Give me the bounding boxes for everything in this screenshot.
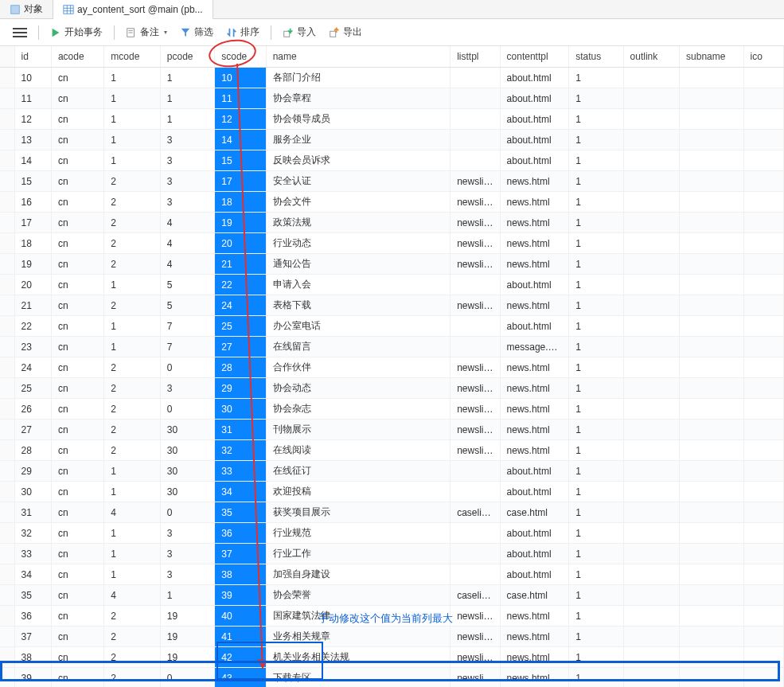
cell-status[interactable]: 1	[569, 150, 623, 171]
table-row[interactable]: 25cn2329协会动态newslist.htnews.html1	[0, 378, 784, 399]
cell-subname[interactable]	[680, 68, 744, 88]
cell-scode[interactable]: 20	[215, 233, 266, 254]
cell-ico[interactable]	[743, 647, 783, 668]
cell-acode[interactable]: cn	[51, 585, 103, 606]
cell-mcode[interactable]: 2	[104, 233, 160, 254]
table-row[interactable]: 10cn1110各部门介绍about.html1	[0, 68, 784, 88]
cell-pcode[interactable]: 3	[160, 171, 214, 192]
cell-status[interactable]: 1	[569, 378, 623, 399]
cell-subname[interactable]	[680, 233, 744, 254]
begin-transaction-button[interactable]: 开始事务	[45, 24, 107, 41]
cell-subname[interactable]	[680, 337, 744, 357]
cell-status[interactable]: 1	[569, 295, 623, 316]
cell-outlink[interactable]	[623, 316, 679, 337]
cell-outlink[interactable]	[623, 337, 679, 357]
cell-ico[interactable]	[743, 585, 783, 606]
cell-acode[interactable]: cn	[51, 295, 103, 316]
cell-mcode[interactable]: 2	[104, 420, 160, 440]
row-gutter[interactable]	[0, 626, 14, 647]
cell-ico[interactable]	[743, 130, 783, 150]
row-gutter[interactable]	[0, 399, 14, 420]
cell-listtpl[interactable]	[451, 88, 500, 109]
cell-ico[interactable]	[743, 502, 783, 523]
cell-mcode[interactable]: 2	[104, 647, 160, 668]
cell-pcode[interactable]: 5	[160, 275, 214, 295]
cell-contenttpl[interactable]: about.html	[500, 461, 569, 482]
cell-status[interactable]: 1	[569, 233, 623, 254]
cell-ico[interactable]	[743, 275, 783, 295]
cell-status[interactable]: 1	[569, 337, 623, 357]
cell-status[interactable]: 1	[569, 606, 623, 626]
cell-mcode[interactable]: 2	[104, 626, 160, 647]
cell-pcode[interactable]: 30	[160, 482, 214, 502]
cell-subname[interactable]	[680, 544, 744, 564]
cell-scode[interactable]: 37	[215, 544, 266, 564]
cell-ico[interactable]	[743, 337, 783, 357]
cell-listtpl[interactable]: newslist.ht	[451, 420, 500, 440]
cell-name[interactable]: 表格下载	[266, 295, 451, 316]
cell-acode[interactable]: cn	[51, 502, 103, 523]
table-row[interactable]: 35cn4139协会荣誉caselist.htrcase.html1	[0, 585, 784, 606]
cell-outlink[interactable]	[623, 523, 679, 544]
cell-pcode[interactable]: 3	[160, 523, 214, 544]
cell-ico[interactable]	[743, 192, 783, 213]
cell-contenttpl[interactable]: about.html	[500, 482, 569, 502]
cell-id[interactable]: 23	[14, 337, 51, 357]
cell-listtpl[interactable]: newslist.ht	[451, 233, 500, 254]
cell-acode[interactable]: cn	[51, 378, 103, 399]
cell-pcode[interactable]: 7	[160, 337, 214, 357]
cell-listtpl[interactable]	[451, 544, 500, 564]
cell-listtpl[interactable]: newslist.ht	[451, 606, 500, 626]
cell-subname[interactable]	[680, 213, 744, 233]
cell-mcode[interactable]: 1	[104, 461, 160, 482]
tab-table[interactable]: ay_content_sort @main (pb...	[53, 0, 213, 19]
cell-subname[interactable]	[680, 440, 744, 461]
cell-mcode[interactable]: 1	[104, 523, 160, 544]
cell-subname[interactable]	[680, 171, 744, 192]
cell-outlink[interactable]	[623, 399, 679, 420]
cell-subname[interactable]	[680, 192, 744, 213]
cell-pcode[interactable]: 1	[160, 109, 214, 130]
cell-contenttpl[interactable]: news.html	[500, 233, 569, 254]
row-gutter[interactable]	[0, 585, 14, 606]
cell-ico[interactable]	[743, 461, 783, 482]
cell-listtpl[interactable]: newslist.ht	[451, 440, 500, 461]
col-header-contenttpl[interactable]: contenttpl	[500, 46, 569, 68]
cell-contenttpl[interactable]: news.html	[500, 171, 569, 192]
cell-scode[interactable]: 36	[215, 523, 266, 544]
table-row[interactable]: 16cn2318协会文件newslist.htnews.html1	[0, 192, 784, 213]
cell-contenttpl[interactable]: news.html	[500, 213, 569, 233]
col-header-scode[interactable]: scode	[215, 46, 266, 68]
cell-id[interactable]: 27	[14, 420, 51, 440]
cell-acode[interactable]: cn	[51, 171, 103, 192]
cell-mcode[interactable]: 1	[104, 275, 160, 295]
cell-outlink[interactable]	[623, 295, 679, 316]
table-row[interactable]: 28cn23032在线阅读newslist.htnews.html1	[0, 440, 784, 461]
table-row[interactable]: 34cn1338加强自身建设about.html1	[0, 564, 784, 585]
table-row[interactable]: 38cn21942机关业务相关法规newslist.htnews.html1	[0, 647, 784, 668]
cell-listtpl[interactable]	[451, 523, 500, 544]
cell-status[interactable]: 1	[569, 502, 623, 523]
cell-pcode[interactable]: 1	[160, 585, 214, 606]
cell-mcode[interactable]: 1	[104, 482, 160, 502]
cell-ico[interactable]	[743, 606, 783, 626]
cell-scode[interactable]: 39	[215, 585, 266, 606]
cell-status[interactable]: 1	[569, 564, 623, 585]
cell-listtpl[interactable]	[451, 130, 500, 150]
cell-subname[interactable]	[680, 378, 744, 399]
cell-status[interactable]: 1	[569, 171, 623, 192]
cell-ico[interactable]	[743, 213, 783, 233]
cell-name[interactable]: 国家建筑法律	[266, 606, 451, 626]
cell-pcode[interactable]: 4	[160, 233, 214, 254]
cell-acode[interactable]: cn	[51, 109, 103, 130]
cell-mcode[interactable]: 2	[104, 192, 160, 213]
cell-outlink[interactable]	[623, 254, 679, 275]
cell-status[interactable]: 1	[569, 482, 623, 502]
cell-scode[interactable]: 29	[215, 378, 266, 399]
cell-mcode[interactable]: 2	[104, 171, 160, 192]
cell-pcode[interactable]: 0	[160, 668, 214, 688]
col-header-status[interactable]: status	[569, 46, 623, 68]
cell-acode[interactable]: cn	[51, 88, 103, 109]
cell-acode[interactable]: cn	[51, 357, 103, 378]
table-row[interactable]: 14cn1315反映会员诉求about.html1	[0, 150, 784, 171]
